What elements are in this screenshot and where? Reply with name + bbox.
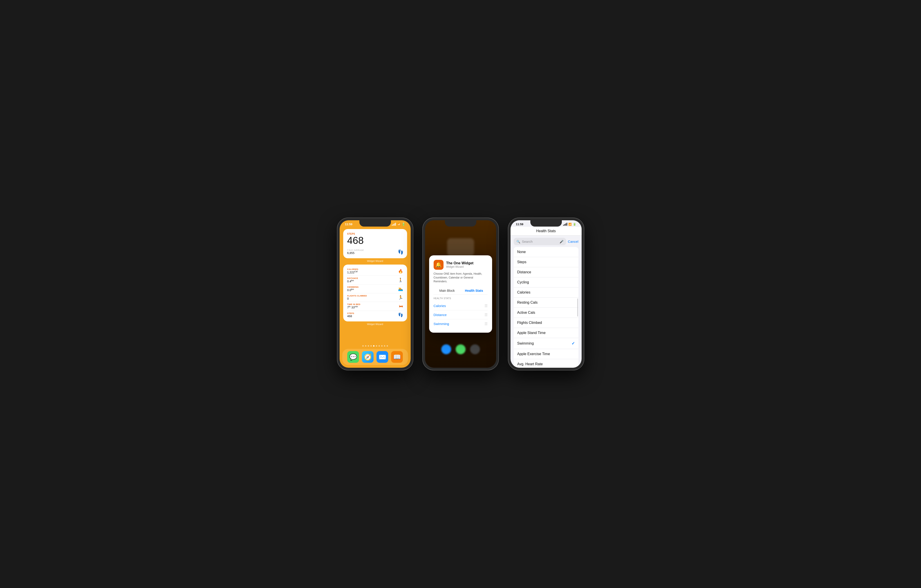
- stats-widget-footer: Widget Wizard: [343, 323, 407, 325]
- timeinbed-icon: 🛏: [399, 304, 403, 309]
- popup-item-calories[interactable]: Calories ☰: [434, 301, 488, 310]
- signal-bar-3: [394, 223, 395, 226]
- stat-name-timeinbed: TIME IN BED: [347, 303, 361, 305]
- popup-drag-calories-icon: ☰: [485, 304, 488, 308]
- dot-1: [362, 345, 364, 347]
- item-label-steps: Steps: [517, 260, 527, 264]
- steps-widget-footer: Widget Wizard: [343, 260, 407, 262]
- settings-item-distance[interactable]: Distance: [514, 267, 578, 277]
- signal-icon: [392, 223, 396, 226]
- stat-name-calories: CALORIES: [347, 268, 358, 270]
- settings-item-steps[interactable]: Steps: [514, 257, 578, 267]
- signal-icon-3: [563, 223, 567, 226]
- notch-1: [360, 220, 391, 227]
- distance-icon: 🚶: [398, 278, 403, 283]
- search-bar[interactable]: 🔍 Search 🎤: [514, 238, 566, 245]
- popup-app-name: The One Widget: [446, 261, 474, 265]
- blurred-dock: [441, 344, 480, 354]
- flights-icon: 🏃: [398, 295, 403, 300]
- tab-health-stats[interactable]: Health Stats: [460, 287, 488, 294]
- popup-app-icon: 🔔: [434, 260, 444, 270]
- stat-val-swimming: 0.0km: [347, 288, 359, 292]
- settings-item-active-cals[interactable]: Active Cals: [514, 308, 578, 318]
- settings-item-cycling[interactable]: Cycling: [514, 277, 578, 288]
- dot-6: [376, 345, 377, 347]
- microphone-icon[interactable]: 🎤: [560, 240, 563, 244]
- popup-app-sub: Widget Wizard: [446, 265, 474, 268]
- dock-safari[interactable]: 🧭: [362, 351, 374, 363]
- stat-val-calories: 1,222Cal: [347, 270, 358, 274]
- stat-name-distance: DISTANCE: [347, 277, 358, 279]
- phone-3: 11:59 📶 🔋 Health Stats 🔍: [508, 218, 584, 370]
- popup-item-swimming-label: Swimming: [434, 322, 449, 326]
- item-label-active-cals: Active Cals: [517, 311, 535, 315]
- dot-3: [368, 345, 369, 347]
- item-label-apple-exercise-time: Apple Exercise Time: [517, 352, 550, 356]
- stat-name-flights: FLIGHTS CLIMBED: [347, 295, 367, 297]
- settings-item-none[interactable]: None: [514, 247, 578, 257]
- settings-item-resting-cals[interactable]: Resting Cals: [514, 297, 578, 308]
- phone-1-screen: 11:59 📶 🔋 STEPS 468 7 D: [340, 220, 411, 368]
- popup-item-distance-label: Distance: [434, 313, 447, 317]
- dark-screen: 🔔 The One Widget Widget Wizard Choose ON…: [425, 220, 496, 368]
- stat-name-swimming: SWIMMING: [347, 286, 359, 288]
- home-screen: 11:59 📶 🔋 STEPS 468 7 D: [340, 220, 411, 368]
- dot-8: [381, 345, 382, 347]
- item-label-avg-heart-rate: Avg. Heart Rate: [517, 362, 543, 366]
- stat-row-calories: CALORIES 1,222Cal 🔥: [347, 267, 403, 276]
- blurred-widget: [447, 238, 474, 256]
- blurred-icon-2: [456, 344, 465, 354]
- popup-item-swimming[interactable]: Swimming ☰: [434, 319, 488, 328]
- tab-main-block[interactable]: Main Block: [434, 287, 460, 294]
- settings-item-apple-stand-time[interactable]: Apple Stand Time: [514, 328, 578, 338]
- settings-item-flights-climbed[interactable]: Flights Climbed: [514, 318, 578, 328]
- dot-10: [387, 345, 388, 347]
- wifi-icon-3: 📶: [568, 223, 572, 226]
- settings-item-swimming[interactable]: Swimming ✓: [514, 338, 578, 349]
- popup-card: 🔔 The One Widget Widget Wizard Choose ON…: [429, 255, 492, 333]
- settings-screen: 11:59 📶 🔋 Health Stats 🔍: [511, 220, 582, 368]
- battery-icon-3: 🔋: [573, 223, 576, 226]
- stats-widget[interactable]: CALORIES 1,222Cal 🔥 DISTANCE 0.4km 🚶: [343, 265, 407, 321]
- signal-bar-4: [395, 223, 396, 226]
- popup-item-distance[interactable]: Distance ☰: [434, 310, 488, 319]
- steps-avg-val: 6,855: [347, 251, 403, 255]
- search-placeholder[interactable]: Search: [522, 240, 558, 244]
- settings-item-calories[interactable]: Calories: [514, 288, 578, 297]
- dock: 💬 🧭 ✉️ 📖: [342, 349, 408, 365]
- item-label-none: None: [517, 250, 526, 254]
- dot-5-active: [373, 345, 374, 347]
- notch-2: [445, 220, 476, 227]
- settings-item-apple-exercise-time[interactable]: Apple Exercise Time: [514, 349, 578, 359]
- stat-row-timeinbed: TIME IN BED 7hr 33min 🛏: [347, 302, 403, 311]
- dock-mail[interactable]: ✉️: [376, 351, 388, 363]
- wifi-icon: 📶: [397, 223, 400, 226]
- calories-icon: 🔥: [398, 269, 403, 274]
- stat-row-swimming: SWIMMING 0.0km 🏊: [347, 284, 403, 293]
- steps-widget[interactable]: STEPS 468 7 DAY AVERAGE 6,855 👣: [343, 229, 407, 258]
- page-dots: [340, 344, 411, 348]
- dot-4: [370, 345, 372, 347]
- stat-val-steps2: 468: [347, 315, 355, 318]
- settings-item-avg-heart-rate[interactable]: Avg. Heart Rate: [514, 359, 578, 368]
- item-label-flights-climbed: Flights Climbed: [517, 321, 542, 325]
- dock-books[interactable]: 📖: [391, 351, 403, 363]
- popup-desc: Choose ONE item from: Agenda, Health, Co…: [434, 272, 488, 283]
- popup-drag-swimming-icon: ☰: [485, 322, 488, 326]
- dock-messages[interactable]: 💬: [347, 351, 359, 363]
- popup-section-label: HEALTH STATS: [434, 297, 488, 300]
- check-icon-swimming: ✓: [571, 341, 575, 346]
- stat-row-distance: DISTANCE 0.4km 🚶: [347, 276, 403, 284]
- popup-header: 🔔 The One Widget Widget Wizard: [434, 260, 488, 270]
- item-label-swimming: Swimming: [517, 341, 534, 346]
- widget-area: STEPS 468 7 DAY AVERAGE 6,855 👣 Widget W…: [340, 227, 411, 344]
- popup-item-calories-label: Calories: [434, 304, 446, 308]
- stat-row-steps2: STEPS 468 👣: [347, 311, 403, 319]
- item-label-distance: Distance: [517, 270, 531, 274]
- cancel-button[interactable]: Cancel: [568, 240, 578, 244]
- settings-status-icons: 📶 🔋: [563, 223, 576, 226]
- stat-val-timeinbed: 7hr 33min: [347, 305, 361, 309]
- settings-list: None Steps Distance Cycling Calories Res…: [514, 247, 578, 368]
- steps2-icon: 👣: [398, 312, 403, 317]
- popup-drag-distance-icon: ☰: [485, 313, 488, 317]
